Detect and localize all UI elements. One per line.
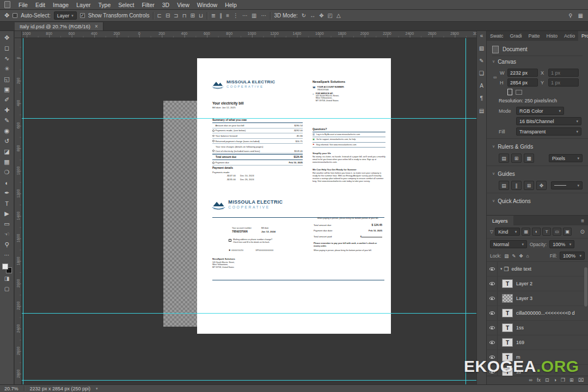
ruler-origin-corner[interactable] [15, 31, 22, 38]
panel-tab[interactable]: Actio [561, 31, 578, 41]
canvas-width-field[interactable]: 2232 px [507, 69, 538, 77]
3d-scale-icon[interactable]: △ [336, 13, 341, 19]
edit-toolbar-icon[interactable]: ⋯ [1, 250, 13, 260]
show-transform-checkbox[interactable]: ✓ [80, 13, 85, 18]
lock-position-icon[interactable]: ✥ [518, 253, 523, 259]
brush-tool[interactable]: ✎ [1, 115, 13, 126]
align-left-icon[interactable]: ⊏ [157, 13, 162, 19]
lock-paint-icon[interactable]: ✎ [511, 253, 516, 259]
align-right-icon[interactable]: ⊐ [173, 13, 179, 19]
panel-tab[interactable]: Patte [525, 31, 543, 41]
menu-item[interactable]: Image [49, 0, 72, 10]
eraser-tool[interactable]: ◪ [1, 146, 13, 157]
distribute-vertical-icon[interactable]: ≣ [211, 13, 216, 19]
scrollbar-thumb[interactable] [584, 267, 587, 307]
canvas-section-header[interactable]: ∨ Canvas [492, 56, 583, 67]
menu-item[interactable]: Filter [138, 0, 158, 10]
clone-source-icon[interactable]: ❏ [479, 71, 484, 76]
workspace-switcher-icon[interactable]: ▦ [578, 13, 584, 19]
healing-brush-tool[interactable]: ✚ [1, 105, 13, 115]
type-tool[interactable]: T [1, 198, 13, 209]
menu-item[interactable]: Window [193, 0, 221, 10]
toggle-guides-icon[interactable]: ▤ [499, 181, 509, 190]
canvas-x-field[interactable]: 1 px [548, 69, 579, 77]
layer-thumbnail[interactable]: T [502, 294, 513, 303]
panel-tab[interactable]: Gradi [507, 31, 525, 41]
layer-row[interactable]: ▾ ❐ T Layer 3 [487, 291, 588, 306]
align-center-horizontal-icon[interactable]: ⊟ [165, 13, 170, 19]
gradient-tool[interactable]: ▦ [1, 157, 13, 167]
rulers-grids-section-header[interactable]: ∨ Rulers & Grids [492, 141, 583, 152]
distribute-spacing-icon[interactable]: ▥ [251, 13, 257, 19]
zoom-tool[interactable]: ⚲ [1, 240, 13, 250]
auto-select-checkbox[interactable] [13, 13, 17, 18]
align-middle-icon[interactable]: ⊞ [190, 13, 195, 19]
group-expand-icon[interactable]: ▾ [500, 267, 503, 271]
link-layers-icon[interactable]: ∞ [529, 378, 532, 383]
color-mode-dropdown[interactable]: RGB Color ▾ [516, 107, 564, 115]
layer-row[interactable]: ▾ ❐ T 1ss [487, 321, 588, 335]
panel-menu-icon[interactable]: ≡ [581, 218, 584, 224]
fill-dropdown[interactable]: 100% ▾ [560, 252, 585, 260]
filter-shape-layers-icon[interactable]: ▭ [553, 228, 561, 236]
quick-mask-icon[interactable]: ◨ [1, 273, 13, 284]
blend-mode-dropdown[interactable]: Normal ▾ [490, 240, 527, 248]
menu-item[interactable]: 3D [158, 0, 173, 10]
canvas-height-field[interactable]: 2854 px [507, 78, 538, 87]
horizontal-guide[interactable] [22, 313, 476, 314]
3d-drag-icon[interactable]: ✥ [318, 13, 324, 19]
vertical-ruler[interactable]: 0200400600800100012001400160018002000220… [15, 38, 22, 384]
visibility-toggle[interactable] [487, 262, 498, 276]
layer-thumbnail[interactable]: T [502, 338, 513, 347]
canvas-y-field[interactable]: 1 px [548, 78, 579, 87]
clone-stamp-tool[interactable]: ◉ [1, 126, 13, 136]
orientation-portrait-icon[interactable] [507, 89, 512, 95]
color-panel-icon[interactable]: ▧ [479, 46, 484, 51]
menu-item[interactable]: Help [221, 0, 241, 10]
chevron-down-icon[interactable]: ▾ [96, 387, 98, 391]
layer-row[interactable]: ▾ ❐ T edite text [487, 262, 588, 277]
close-icon[interactable]: × [95, 23, 98, 29]
menu-item[interactable]: Select [114, 0, 138, 10]
filter-adjustment-layers-icon[interactable]: ◐ [532, 228, 541, 236]
new-guide-layout-icon[interactable]: ⊞ [524, 181, 534, 190]
menu-item[interactable]: View [173, 0, 193, 10]
new-group-icon[interactable]: ❐ [561, 378, 565, 383]
distribute-middles-icon[interactable]: ⋮ [232, 13, 239, 19]
3d-rotate-icon[interactable]: ↻ [301, 13, 307, 19]
character-panel-icon[interactable]: A [480, 83, 483, 89]
canvas[interactable]: MISSOULA ELECTRIC COOPERATIVE NexaSpark … [22, 38, 476, 384]
frame-tool[interactable]: ▣ [1, 84, 13, 95]
horizontal-guide[interactable] [22, 118, 476, 119]
horizontal-ruler[interactable]: 1000800600400200020040060080010001200140… [22, 31, 476, 38]
filter-kind-dropdown[interactable]: Kind ▾ [495, 228, 520, 236]
3d-roll-icon[interactable]: ↔ [309, 13, 316, 19]
3d-slide-icon[interactable]: ◰ [327, 13, 333, 19]
guides-section-header[interactable]: ∨ Guides [492, 168, 583, 179]
new-layer-icon[interactable]: ⊞ [569, 378, 574, 383]
document-info[interactable]: 2232 px x 2854 px (250 ppi) [30, 386, 91, 391]
menu-item[interactable]: File [15, 0, 32, 10]
delete-layer-icon[interactable]: ⌧ [578, 378, 584, 383]
paragraph-panel-icon[interactable]: ¶ [480, 96, 483, 101]
layer-effects-icon[interactable]: fx [537, 378, 541, 383]
visibility-toggle[interactable] [487, 306, 498, 320]
layers-tab[interactable]: Layers [487, 216, 513, 225]
menu-item[interactable]: Type [94, 0, 114, 10]
toggle-grid-icon[interactable]: ⊞ [511, 154, 522, 163]
lock-transparency-icon[interactable]: ▨ [504, 253, 509, 259]
blur-tool[interactable]: ❍ [1, 167, 13, 177]
history-brush-tool[interactable]: ↺ [1, 136, 13, 146]
toggle-pixel-grid-icon[interactable]: ▦ [524, 154, 534, 163]
filter-pixel-layers-icon[interactable]: ▦ [522, 228, 530, 236]
filter-smart-objects-icon[interactable]: ▣ [563, 228, 572, 236]
layer-row[interactable]: ▾ ❐ T cilla000000...<<<<<<<<0 d [487, 306, 588, 321]
lock-guides-icon[interactable]: ∥ [511, 181, 522, 190]
panel-tab[interactable]: Histo [543, 31, 561, 41]
layer-row[interactable]: ▾ ❐ T 169 [487, 335, 588, 350]
eyedropper-tool[interactable]: ✐ [1, 95, 13, 105]
screen-mode-icon[interactable]: ▢ [1, 284, 13, 294]
distribute-horizontal-icon[interactable]: ∥ [219, 13, 223, 19]
collapse-panels-icon[interactable]: « [480, 33, 483, 39]
document-tab[interactable]: Italy id.psd @ 20.7% (RGB/16) × [15, 22, 103, 30]
